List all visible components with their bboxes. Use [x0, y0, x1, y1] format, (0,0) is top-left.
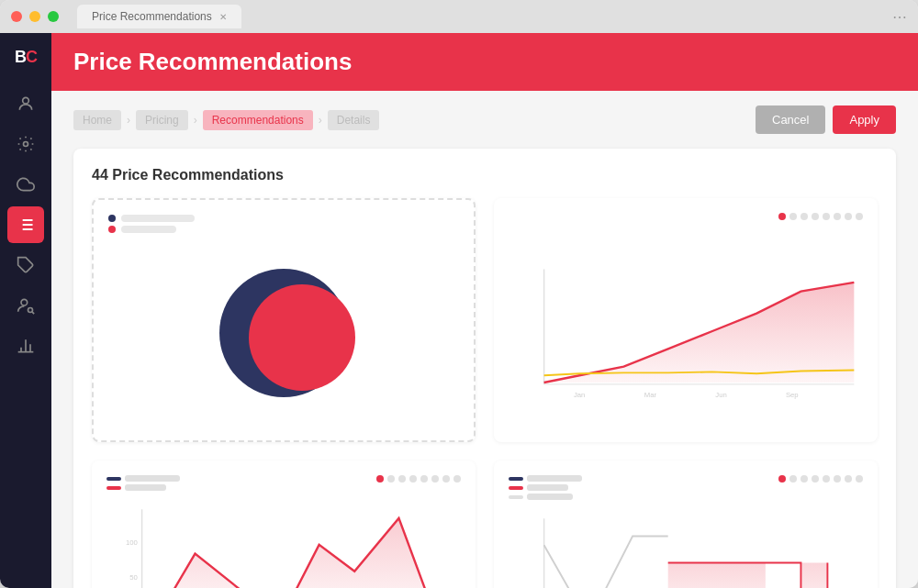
- chart2-dot-5: [431, 475, 439, 483]
- breadcrumb-details[interactable]: Details: [328, 110, 380, 130]
- chart3-dot-5: [834, 475, 841, 483]
- chart2-legend-text-red: [125, 484, 166, 491]
- chart3-dot-7: [856, 475, 863, 483]
- sidebar-item-bar-chart[interactable]: [7, 327, 44, 364]
- svg-point-1: [24, 142, 28, 147]
- browser-tab-close[interactable]: ✕: [219, 12, 227, 22]
- legend-dot-navy: [108, 215, 116, 222]
- browser-tab[interactable]: Price Recommendations ✕: [77, 5, 241, 28]
- svg-marker-27: [160, 518, 434, 588]
- chart1-header: [509, 213, 863, 250]
- charts-grid: Jan Mar Jun Sep: [92, 198, 878, 588]
- chart1-dot-1: [789, 213, 797, 220]
- chart3-legend-text-red: [527, 484, 568, 491]
- line-chart-1-svg: Jan Mar Jun Sep: [509, 258, 863, 405]
- chart3-dot-1: [789, 475, 797, 483]
- svg-point-17: [249, 284, 355, 391]
- chart1-dot-active: [778, 213, 786, 220]
- sidebar: BC: [0, 33, 51, 588]
- chart2-dot-1: [387, 475, 395, 483]
- breadcrumb-sep-3: ›: [319, 114, 322, 127]
- chart2-dot-2: [398, 475, 406, 483]
- logo-c: C: [26, 48, 37, 66]
- chart3-legend: [509, 475, 582, 500]
- chart3-legend-row3: [509, 494, 582, 500]
- browser-close-dot[interactable]: [11, 11, 22, 22]
- chart3-legend-text-gray: [527, 494, 573, 500]
- chart3-dot-4: [823, 475, 830, 483]
- svg-text:50: 50: [129, 573, 138, 582]
- sidebar-item-user[interactable]: [7, 85, 44, 122]
- chart3-dots: [778, 475, 863, 483]
- chart2-dot-7: [453, 475, 461, 483]
- chart1-dot-2: [800, 213, 808, 220]
- chart3-legend-gray: [509, 495, 523, 499]
- chart3-legend-red: [509, 486, 523, 490]
- chart2-dot-4: [420, 475, 428, 483]
- chart2-dot-active: [376, 475, 384, 483]
- line-chart-3-svg: [509, 507, 863, 588]
- svg-line-11: [32, 312, 34, 314]
- sidebar-item-settings[interactable]: [7, 126, 44, 162]
- svg-text:Mar: Mar: [644, 391, 657, 399]
- sidebar-item-list[interactable]: [7, 206, 44, 243]
- breadcrumb-home[interactable]: Home: [73, 110, 121, 130]
- svg-point-0: [23, 97, 29, 104]
- chart3-header: [509, 475, 863, 500]
- apply-button[interactable]: Apply: [833, 105, 896, 134]
- chart2-header: [106, 475, 461, 491]
- chart1-dot-4: [823, 213, 830, 220]
- tag-icon: [17, 256, 35, 274]
- legend-item-red: [108, 226, 459, 233]
- chart1-dots: [778, 213, 863, 220]
- browser-maximize-dot[interactable]: [48, 11, 59, 22]
- svg-text:Jun: Jun: [715, 391, 726, 399]
- cancel-button[interactable]: Cancel: [756, 105, 825, 134]
- list-icon: [17, 216, 35, 234]
- section-title: 44 Price Recommendations: [92, 167, 878, 183]
- page-header: Price Recommendations: [51, 33, 918, 91]
- sidebar-item-cloud[interactable]: [7, 166, 44, 203]
- breadcrumb-pricing[interactable]: Pricing: [136, 110, 188, 130]
- logo-b: B: [15, 48, 26, 66]
- sidebar-item-person-search[interactable]: [7, 287, 44, 324]
- gear-icon: [17, 135, 35, 153]
- chart3-dot-2: [800, 475, 808, 483]
- legend-dot-red: [108, 226, 116, 233]
- line-chart-2-card: 100 50: [92, 460, 476, 588]
- svg-marker-20: [544, 283, 855, 383]
- breadcrumb: Home › Pricing › Recommendations › Detai…: [73, 110, 379, 130]
- breadcrumb-recommendations[interactable]: Recommendations: [203, 110, 313, 130]
- cloud-icon: [17, 175, 35, 194]
- chart3-legend-row2: [509, 484, 582, 491]
- svg-point-10: [28, 308, 33, 313]
- svg-text:Sep: Sep: [786, 391, 799, 399]
- breadcrumb-row: Home › Pricing › Recommendations › Detai…: [73, 105, 896, 134]
- chart1-dot-6: [845, 213, 852, 220]
- chart3-dot-3: [812, 475, 819, 483]
- section-card: 44 Price Recommendations: [73, 149, 896, 588]
- donut-legend: [108, 215, 459, 233]
- chart1-dot-7: [856, 213, 863, 220]
- donut-svg: [206, 255, 362, 411]
- browser-more-icon[interactable]: ⋯: [892, 8, 907, 26]
- chart2-dot-3: [409, 475, 417, 483]
- sidebar-logo: BC: [15, 48, 37, 67]
- chart3-dot-6: [845, 475, 852, 483]
- browser-chrome: Price Recommendations ✕ ⋯: [0, 0, 918, 33]
- svg-point-9: [21, 299, 28, 305]
- breadcrumb-sep-1: ›: [127, 114, 130, 127]
- line-chart-2-svg: 100 50: [106, 498, 461, 588]
- svg-marker-32: [668, 563, 828, 588]
- page-title: Price Recommendations: [73, 48, 896, 76]
- content-area: Home › Pricing › Recommendations › Detai…: [51, 91, 918, 588]
- breadcrumb-actions: Cancel Apply: [756, 105, 896, 134]
- chart2-legend-text-blue: [125, 475, 180, 482]
- sidebar-item-tag[interactable]: [7, 247, 44, 283]
- chart2-legend-row2: [106, 484, 180, 491]
- chart1-dot-5: [834, 213, 841, 220]
- chart1-dot-3: [812, 213, 819, 220]
- chart2-legend-red: [106, 486, 121, 490]
- browser-minimize-dot[interactable]: [29, 11, 40, 22]
- chart2-legend-row1: [106, 475, 180, 482]
